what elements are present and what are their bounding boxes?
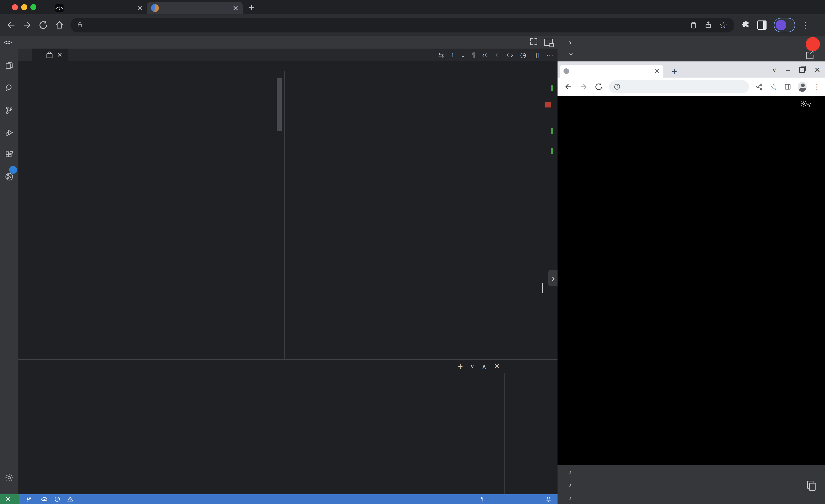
panel-tabs <box>18 360 510 373</box>
sync-item[interactable] <box>41 496 48 502</box>
panel-expand-button[interactable]: › <box>548 270 558 286</box>
close-tab-icon[interactable]: ✕ <box>233 4 238 12</box>
section-browser[interactable]: › <box>557 49 825 62</box>
new-terminal-icon[interactable]: + <box>458 361 463 372</box>
breadcrumb[interactable] <box>18 61 557 71</box>
profile-chip[interactable] <box>774 18 795 32</box>
terminal-output[interactable] <box>27 374 502 493</box>
revert-change-icon[interactable]: ‹○ <box>482 51 489 59</box>
editor-tab-commandts[interactable] <box>18 49 32 61</box>
open-external-icon <box>806 52 814 59</box>
preview-address-bar: ☆ ⋮ <box>557 78 825 96</box>
settings-gear-icon[interactable] <box>5 473 14 482</box>
git-clone-action[interactable] <box>807 481 825 489</box>
reload-icon[interactable] <box>594 82 603 91</box>
blame-item[interactable] <box>479 496 487 502</box>
section-ports[interactable]: › <box>557 465 825 478</box>
user-badge[interactable] <box>806 37 820 51</box>
sash-handle[interactable] <box>542 282 543 293</box>
prev-diff-up-icon[interactable]: ↑ <box>451 51 454 59</box>
git-branch-item[interactable] <box>26 496 34 502</box>
notifications-bell-icon[interactable] <box>545 496 551 502</box>
side-panel-icon[interactable] <box>757 20 766 30</box>
run-debug-icon[interactable] <box>5 128 14 137</box>
share-icon[interactable] <box>704 21 712 29</box>
sessions-divider <box>504 373 505 495</box>
diff-pane-original[interactable] <box>18 71 284 359</box>
split-editor-icon[interactable]: ◫ <box>533 51 540 59</box>
scm-badge <box>9 166 17 174</box>
browser-tabstrip: <t> ✕ ✕ + <box>0 0 825 14</box>
address-bar[interactable]: ☆ <box>70 18 734 32</box>
info-icon[interactable] <box>614 83 621 90</box>
minimize-window-button[interactable] <box>21 4 27 10</box>
chevron-right-icon: › <box>569 38 574 47</box>
problems-item[interactable] <box>54 496 76 502</box>
tab-search-chevron-icon[interactable]: ∨ <box>772 67 776 74</box>
chevron-right-icon: › <box>569 493 574 502</box>
forward-icon[interactable] <box>579 82 588 91</box>
preview-favicon <box>564 68 569 74</box>
chevron-right-icon: › <box>569 467 574 476</box>
browser-menu-icon[interactable]: ⋮ <box>801 20 809 30</box>
back-icon[interactable] <box>564 82 573 91</box>
diff-pane-modified[interactable] <box>285 71 557 359</box>
extensions-puzzle-icon[interactable] <box>741 20 750 30</box>
close-panel-icon[interactable]: ✕ <box>494 362 500 371</box>
section-settings[interactable]: › <box>557 36 825 49</box>
editor-tabbar: ✕ ⇆ ↑ ↓ ¶ ‹○ ○ ○› ◷ ◫ ⋯ <box>18 49 557 61</box>
right-panel: › › ✕ + ∨ – <box>557 36 825 504</box>
layout-icon[interactable] <box>544 39 553 46</box>
bookmark-star-icon[interactable]: ☆ <box>770 82 777 92</box>
close-icon[interactable]: ✕ <box>814 66 820 74</box>
home-icon[interactable] <box>54 20 64 30</box>
section-services[interactable]: › <box>557 491 825 504</box>
new-tab-button[interactable]: + <box>248 1 255 13</box>
close-tab-icon[interactable]: ✕ <box>57 51 62 59</box>
browser-tab-project[interactable]: <t> ✕ <box>51 2 147 14</box>
left-scrollbar[interactable] <box>277 78 282 131</box>
terminal-actions: + ∨ ∧ ✕ <box>458 360 500 373</box>
search-icon[interactable] <box>5 83 14 92</box>
more-actions-icon[interactable]: ⋯ <box>546 51 553 59</box>
zoom-window-button[interactable] <box>30 4 36 10</box>
close-window-button[interactable] <box>12 4 18 10</box>
editor-tab-diff[interactable]: ✕ <box>32 49 68 61</box>
profile-avatar-icon[interactable] <box>798 82 807 92</box>
whitespace-icon[interactable]: ¶ <box>472 51 475 59</box>
preview-tab[interactable]: ✕ <box>560 65 663 78</box>
wetty-settings-gears-icon[interactable] <box>800 100 812 107</box>
next-change-icon[interactable]: ○› <box>507 51 513 59</box>
reading-mode-icon[interactable] <box>784 83 792 90</box>
browser-menu-icon[interactable]: ⋮ <box>813 82 821 91</box>
share-icon[interactable] <box>755 83 763 91</box>
minimize-icon[interactable]: – <box>785 66 790 74</box>
ide-menubar: <> <box>0 36 557 49</box>
source-control-icon[interactable] <box>5 106 14 115</box>
open-new-window-action[interactable] <box>806 52 825 59</box>
preview-new-tab-button[interactable]: + <box>671 66 677 77</box>
reload-icon[interactable] <box>38 20 48 30</box>
preview-url-field[interactable] <box>609 80 749 93</box>
timeline-icon[interactable]: ◷ <box>520 51 526 59</box>
extensions-icon[interactable] <box>5 150 14 160</box>
maximize-panel-icon[interactable]: ∧ <box>482 363 486 370</box>
ruler-added-mark <box>551 85 553 91</box>
back-icon[interactable] <box>6 20 16 30</box>
bookmark-star-icon[interactable]: ☆ <box>719 20 727 30</box>
forward-icon[interactable] <box>22 20 32 30</box>
explorer-icon[interactable] <box>5 61 14 70</box>
close-tab-icon[interactable]: ✕ <box>137 4 143 12</box>
restore-icon[interactable] <box>799 67 805 73</box>
browser-tab-wetty[interactable]: ✕ <box>147 2 243 14</box>
section-git[interactable]: › <box>557 478 825 491</box>
save-clipboard-icon[interactable] <box>690 21 697 29</box>
terminal-dropdown-icon[interactable]: ∨ <box>470 363 474 369</box>
preview-viewport[interactable] <box>557 96 825 465</box>
errors-icon <box>54 496 60 502</box>
maximize-icon[interactable] <box>530 38 537 45</box>
next-diff-down-icon[interactable]: ↓ <box>461 51 465 59</box>
close-tab-icon[interactable]: ✕ <box>655 67 660 75</box>
open-file-icon[interactable]: ⇆ <box>438 51 444 59</box>
remote-indicator[interactable] <box>0 494 19 504</box>
